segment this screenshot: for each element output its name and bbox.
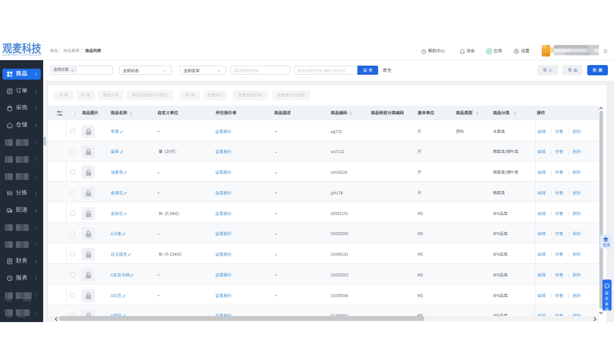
svg-text:?: ? bbox=[423, 49, 424, 53]
